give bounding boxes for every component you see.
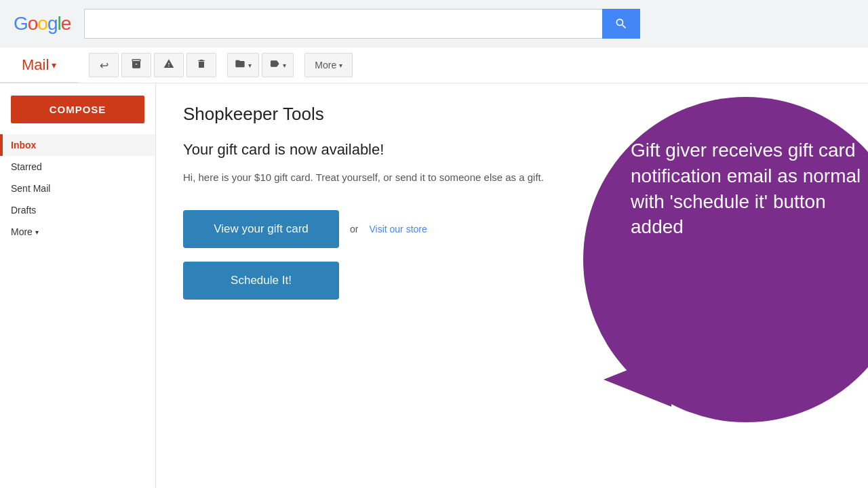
email-heading: Your gift card is now available! [183,141,841,159]
email-subject: Shopkeeper Tools [183,104,841,125]
sidebar-item-inbox[interactable]: Inbox [0,134,155,156]
toolbar: ↩ ▾ [78,47,868,83]
drafts-label: Drafts [11,205,36,216]
annotation-arrow [604,352,671,407]
sidebar-item-starred[interactable]: Starred [0,156,155,178]
schedule-it-button[interactable]: Schedule It! [183,262,339,300]
email-actions: View your gift card or Visit our store S… [183,210,841,300]
label-chevron-icon: ▾ [283,62,286,69]
mail-chevron-icon: ▾ [52,60,56,70]
more-label: More [11,226,33,237]
mail-dropdown[interactable]: Mail ▾ [11,51,67,79]
folder-chevron-icon: ▾ [248,62,252,69]
google-logo: Google [14,13,71,35]
search-button[interactable] [602,9,640,39]
toolbar-more-button[interactable]: More ▾ [304,53,353,77]
toolbar-more-label: More [315,60,336,70]
content-row: COMPOSE Inbox Starred Sent Mail Drafts M… [0,83,868,488]
report-icon [163,58,174,72]
more-chevron-icon: ▾ [35,228,39,236]
folder-button[interactable]: ▾ [227,53,259,77]
secondary-action-row: Schedule It! [183,262,841,300]
main-container: Mail ▾ ↩ [0,47,868,488]
search-input[interactable] [84,9,602,39]
reply-button[interactable]: ↩ [89,53,119,77]
search-icon [614,17,628,30]
top-bar: Google [0,0,868,47]
sidebar-item-drafts[interactable]: Drafts [0,199,155,221]
view-gift-card-button[interactable]: View your gift card [183,210,339,248]
sent-label: Sent Mail [11,183,50,194]
email-content: Shopkeeper Tools Your gift card is now a… [156,83,868,488]
inbox-label: Inbox [11,140,36,150]
archive-icon [131,58,142,72]
report-button[interactable] [154,53,184,77]
sidebar-item-sent[interactable]: Sent Mail [0,178,155,199]
delete-icon [196,58,207,72]
archive-button[interactable] [121,53,151,77]
sidebar: COMPOSE Inbox Starred Sent Mail Drafts M… [0,83,156,488]
visit-store-link[interactable]: Visit our store [369,224,427,235]
mail-label-area: Mail ▾ [0,47,78,83]
search-bar [84,9,640,39]
folder-icon [235,58,245,72]
label-icon [269,58,280,72]
toolbar-more-chevron-icon: ▾ [339,62,342,69]
reply-icon: ↩ [100,59,108,72]
sidebar-item-more[interactable]: More ▾ [0,221,155,243]
or-text: or [350,224,358,235]
starred-label: Starred [11,161,42,172]
delete-button[interactable] [186,53,216,77]
compose-button[interactable]: COMPOSE [11,96,144,123]
primary-action-row: View your gift card or Visit our store [183,210,841,248]
mail-label-text: Mail [22,56,49,74]
label-button[interactable]: ▾ [262,53,294,77]
email-body: Hi, here is your $10 gift card. Treat yo… [183,169,644,186]
